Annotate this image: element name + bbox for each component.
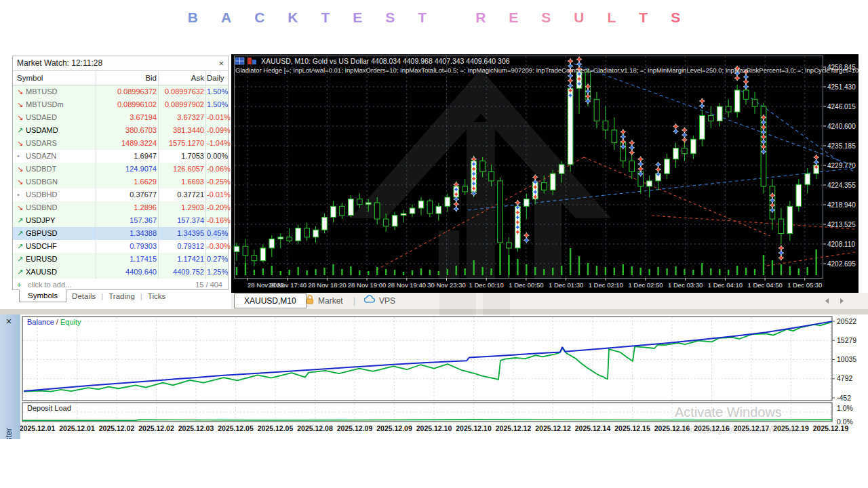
symbol-row-usdars[interactable]: ↘USDARS1489.32241575.1270-1.04% (13, 137, 228, 150)
ask-value: 3.67327 (159, 111, 204, 124)
ask-value: 0.08997902 (159, 98, 204, 111)
daily-change-value: 0.27% (207, 253, 224, 266)
symbol-row-usdbgn[interactable]: ↘USDBGN1.66291.6693-0.25% (13, 176, 228, 188)
svg-text:4251.430: 4251.430 (827, 83, 856, 91)
bid-value: 3.67194 (97, 111, 157, 124)
trend-down-icon: ↘ (17, 85, 26, 98)
ask-value: 1.7053 (159, 150, 204, 163)
svg-text:10035: 10035 (837, 355, 856, 363)
trend-up-icon: ↗ (17, 214, 26, 227)
svg-text:4229.770: 4229.770 (827, 162, 856, 169)
symbol-row-xauusd[interactable]: ↗XAUUSD4409.6404409.7521.25% (13, 266, 228, 279)
title-letter: B (188, 9, 198, 26)
trend-up-icon: ↗ (17, 240, 26, 253)
symbol-row-mbtusd[interactable]: ↘MBTUSD0.089963720.089976321.50% (13, 85, 228, 98)
daily-change-value: -0.06% (207, 163, 224, 176)
tester-graph[interactable]: 2052215279100354792-4521.0%0.0%2025.12.0… (0, 314, 868, 440)
title-letter: R (475, 9, 486, 26)
market-watch-titlebar: Market Watch: 12:11:28 × (13, 56, 228, 71)
trend-down-icon: ↘ (17, 111, 26, 124)
window-divider (0, 309, 868, 314)
symbol-row-eurusd[interactable]: ↗EURUSD1.174151.174210.27% (13, 253, 228, 266)
trend-up-icon: ↗ (17, 227, 26, 240)
daily-change-value: -0.01% (207, 188, 224, 201)
column-bid[interactable]: Bid (97, 71, 157, 85)
ask-value: 1.2903 (159, 201, 204, 214)
symbol-name: ↘USDARS (17, 137, 97, 150)
activate-windows-watermark-sub: Go to Settings to activate Windows (675, 425, 801, 434)
symbol-name: •USDBHD (17, 188, 97, 201)
title-letter: S (541, 9, 551, 26)
market-watch-title: Market Watch: 12:11:28 (17, 58, 102, 68)
tab-details[interactable]: Details (66, 291, 101, 302)
column-ask[interactable]: Ask (159, 71, 204, 85)
symbol-row-usdamd[interactable]: ↗USDAMD380.6703381.3440-0.09% (13, 124, 228, 137)
symbol-name: ↘USDBND (17, 201, 97, 214)
market-watch-rows: ↘MBTUSD0.089963720.089976321.50%↘MBTUSDm… (13, 85, 228, 279)
daily-change-value: -1.04% (207, 137, 224, 150)
trend-down-icon: ↘ (17, 98, 26, 111)
svg-text:1 Dec 00:10: 1 Dec 00:10 (469, 281, 504, 289)
bid-value: 1.6947 (97, 150, 157, 163)
tab-symbols[interactable]: Symbols (19, 289, 66, 302)
price-chart[interactable]: 4256.8454251.4304246.0154240.6004235.185… (231, 54, 859, 293)
ea-parameters: Gladiator Hedge [=; InpLotAwal=0.01; Inp… (235, 66, 859, 74)
symbol-name: ↗GBPUSD (17, 227, 97, 240)
symbol-name: ↘MBTUSDm (17, 98, 97, 111)
scroll-left-icon[interactable] (825, 295, 829, 307)
tester-x-label: 2025.12.03 (178, 424, 214, 432)
cloud-icon (364, 295, 376, 307)
vps-tab-label[interactable]: VPS (379, 295, 395, 307)
symbol-row-usdjpy[interactable]: ↗USDJPY157.367157.374-0.16% (13, 214, 228, 227)
symbol-row-usdchf[interactable]: ↗USDCHF0.793030.79312-0.30% (13, 240, 228, 253)
trend-down-icon: ↘ (17, 137, 26, 150)
chart-window[interactable]: 4256.8454251.4304246.0154240.6004235.185… (231, 54, 859, 293)
strategy-tester-sidebar[interactable]: × Strategy Tester (0, 314, 20, 439)
ask-value: 4409.752 (159, 266, 204, 279)
tester-x-label: 2025.12.10 (416, 424, 452, 432)
daily-change-value: 1.25% (207, 266, 224, 279)
tester-x-label: 2025.12.19 (813, 424, 849, 432)
bid-value: 1.34388 (97, 227, 157, 240)
bid-value: 4409.640 (97, 266, 157, 279)
tester-x-label: 2025.12.09 (337, 424, 373, 432)
market-tab-label[interactable]: Market (318, 295, 343, 307)
title-letter: L (608, 9, 616, 26)
tester-x-label: 2025.12.02 (138, 424, 174, 432)
daily-change-value: -0.09% (207, 124, 224, 137)
tab-ticks[interactable]: Ticks (142, 291, 171, 302)
symbol-row-usdbnd[interactable]: ↘USDBND1.28961.2903-0.20% (13, 201, 228, 214)
tab-xauusd-m10[interactable]: XAUUSD,M10 (234, 293, 307, 308)
symbol-row-gbpusd[interactable]: ↗GBPUSD1.343881.343950.45% (13, 227, 228, 240)
column-symbol[interactable]: Symbol (17, 71, 97, 85)
trend-up-icon: ↗ (17, 253, 26, 266)
symbol-row-mbtusdm[interactable]: ↘MBTUSDm0.089961020.089979021.50% (13, 98, 228, 111)
symbol-name: ↘USDBGN (17, 176, 97, 188)
symbol-row-usdbhd[interactable]: •USDBHD0.376770.37721-0.01% (13, 188, 228, 201)
legend-balance: Balance (27, 318, 54, 326)
scroll-right-icon[interactable] (840, 295, 844, 307)
svg-text:4246.015: 4246.015 (827, 103, 856, 110)
close-icon[interactable]: × (218, 56, 224, 70)
ask-value: 1.34395 (159, 227, 204, 240)
trend-flat-icon: • (17, 150, 26, 163)
trend-up-icon: ↗ (17, 266, 26, 279)
balance-equity-legend: Balance / Equity (27, 318, 81, 326)
svg-text:-452: -452 (837, 394, 851, 402)
title-letter: S (671, 9, 680, 26)
legend-equity: Equity (60, 318, 81, 326)
tab-trading[interactable]: Trading (103, 291, 140, 302)
symbol-name: ↗EURUSD (17, 253, 97, 266)
close-icon[interactable]: × (6, 316, 12, 327)
strategy-tester-label: Strategy Tester (4, 428, 14, 439)
symbol-row-usdaed[interactable]: ↘USDAED3.671943.67327-0.01% (13, 111, 228, 124)
tester-x-label: 2025.12.10 (456, 424, 492, 432)
symbol-row-usdbdt[interactable]: ↘USDBDT124.9074126.6057-0.06% (13, 163, 228, 176)
title-letter: E (353, 9, 362, 26)
daily-change-value: -0.16% (207, 214, 224, 227)
svg-text:28 Nov 19:00: 28 Nov 19:00 (348, 281, 387, 289)
bid-value: 124.9074 (97, 163, 157, 176)
symbol-name: ↘USDAED (17, 111, 97, 124)
symbol-row-usdazn[interactable]: •USDAZN1.69471.70530.00% (13, 150, 228, 163)
chart-title: XAUUSD, M10: Gold vs US Dollar 4408.034 … (261, 57, 510, 65)
